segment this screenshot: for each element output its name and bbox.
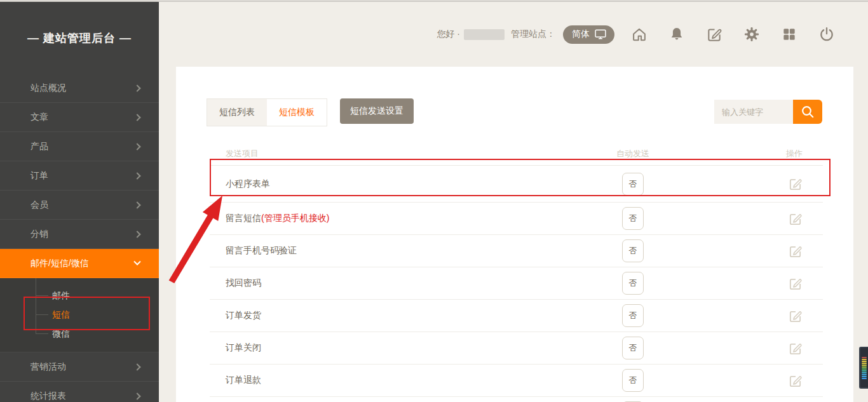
row-action-cell <box>671 276 823 291</box>
row-send-item: 订单关闭 <box>210 342 595 354</box>
table-row: 小程序表单 否 <box>210 166 823 203</box>
chevron-icon <box>133 143 140 150</box>
apps-icon[interactable] <box>781 26 797 43</box>
sidebar-item-label: 产品 <box>31 141 135 152</box>
language-badge[interactable]: 简体 <box>563 25 614 44</box>
manage-site-label: 管理站点： <box>511 29 555 40</box>
search-box <box>714 100 822 124</box>
auto-send-toggle-button[interactable]: 否 <box>622 369 644 392</box>
compose-icon[interactable] <box>706 26 722 43</box>
sidebar-item-label: 文章 <box>31 112 135 123</box>
row-send-item: 留言手机号码验证 <box>210 245 595 257</box>
search-icon <box>800 104 815 119</box>
row-auto-send-cell: 否 <box>595 337 671 359</box>
sidebar-item-members[interactable]: 会员 <box>0 191 159 220</box>
edit-icon[interactable] <box>788 373 803 388</box>
edit-icon[interactable] <box>788 276 803 291</box>
tabs-row: 短信列表 短信模板 短信发送设置 <box>207 98 414 126</box>
sidebar-nav: 站点概况 文章 产品 订单 会员 分销 邮件/短信/微信 邮件 短信 微信 营销… <box>0 74 159 402</box>
edit-icon[interactable] <box>788 211 803 226</box>
edit-icon[interactable] <box>788 341 803 356</box>
power-icon[interactable] <box>818 26 835 43</box>
sms-template-table: 发送项目 自动发送 操作 小程序表单 否 留言短信(管理员手机接收) 否 <box>210 148 823 402</box>
row-name-text: 订单关闭 <box>226 342 261 352</box>
tab-sms-list[interactable]: 短信列表 <box>207 99 267 126</box>
chevron-icon <box>133 231 140 238</box>
meter-stripe <box>862 374 867 375</box>
row-send-item: 找回密码 <box>210 278 595 289</box>
edit-icon[interactable] <box>788 309 803 323</box>
sidebar-item-label: 营销活动 <box>31 361 135 373</box>
search-input[interactable] <box>714 100 793 124</box>
table-row: 找回密码 否 <box>210 267 823 300</box>
monitor-icon <box>594 28 607 41</box>
row-action-cell <box>671 309 823 323</box>
table-row: 订单关闭 否 <box>210 332 823 365</box>
meter-stripe <box>862 368 867 370</box>
meter-stripe <box>862 378 867 379</box>
redacted-username <box>464 29 505 40</box>
chevron-icon <box>133 172 140 179</box>
bell-icon[interactable] <box>668 26 685 43</box>
auto-send-toggle-button[interactable]: 否 <box>622 272 644 295</box>
sidebar-item-label: 统计报表 <box>31 391 135 402</box>
header-icons <box>631 26 835 43</box>
sidebar-submenu: 邮件 短信 微信 <box>0 278 159 352</box>
row-send-item: 小程序表单 <box>210 178 595 190</box>
table-body: 小程序表单 否 留言短信(管理员手机接收) 否 留言手机号码验证 <box>210 166 823 402</box>
sidebar-subitem-label: 邮件 <box>52 290 70 300</box>
table-row: 留言短信(管理员手机接收) 否 <box>210 203 823 235</box>
meter-stripe <box>862 365 867 366</box>
sidebar-item-marketing[interactable]: 营销活动 <box>0 352 159 382</box>
auto-send-toggle-button[interactable]: 否 <box>622 337 644 359</box>
sms-send-settings-button[interactable]: 短信发送设置 <box>340 98 414 124</box>
sidebar-title: — 建站管理后台 — <box>0 2 159 74</box>
table-row: 订单退款 否 <box>210 365 823 397</box>
sidebar-item-orders[interactable]: 订单 <box>0 161 159 191</box>
row-action-cell <box>671 244 823 258</box>
sidebar-subitem-mail[interactable]: 邮件 <box>0 286 159 305</box>
edit-icon[interactable] <box>788 244 803 258</box>
row-action-cell <box>671 177 823 191</box>
sidebar-item-products[interactable]: 产品 <box>0 132 159 161</box>
auto-send-toggle-button[interactable]: 否 <box>622 207 644 230</box>
sidebar-item-distribution[interactable]: 分销 <box>0 220 159 249</box>
auto-send-toggle-button[interactable]: 否 <box>622 304 644 327</box>
home-icon[interactable] <box>631 26 648 43</box>
main-panel: 短信列表 短信模板 短信发送设置 发送项目 自动发送 操作 小程序表单 <box>176 67 853 402</box>
meter-stripe <box>862 366 867 368</box>
tab-sms-template[interactable]: 短信模板 <box>267 99 327 126</box>
sidebar-item-articles[interactable]: 文章 <box>0 103 159 132</box>
greeting-text: 您好 · <box>437 29 460 40</box>
chevron-icon <box>133 392 140 399</box>
chevron-icon <box>133 363 140 370</box>
sidebar-item-mail-sms-wechat[interactable]: 邮件/短信/微信 <box>0 249 159 278</box>
sidebar-subitem-label: 微信 <box>52 328 70 338</box>
sidebar-subitem-label: 短信 <box>52 309 70 319</box>
sidebar-item-reports[interactable]: 统计报表 <box>0 382 159 402</box>
auto-send-toggle-button[interactable]: 否 <box>622 173 644 196</box>
meter-stripe <box>862 361 867 362</box>
row-name-text: 订单发货 <box>226 310 261 320</box>
row-action-cell <box>671 211 823 226</box>
sidebar-subitem-sms[interactable]: 短信 <box>0 305 159 324</box>
sidebar-item-label: 分销 <box>31 229 135 240</box>
sidebar-subitem-wechat[interactable]: 微信 <box>0 324 159 343</box>
col-header-action: 操作 <box>671 148 823 159</box>
auto-send-toggle-button[interactable]: 否 <box>622 239 644 262</box>
row-name-text: 小程序表单 <box>226 178 270 189</box>
page: — 建站管理后台 — 站点概况 文章 产品 订单 会员 分销 邮件/短信/微信 … <box>0 0 868 402</box>
row-name-text: 找回密码 <box>226 278 261 288</box>
row-auto-send-cell: 否 <box>595 369 671 392</box>
edit-icon[interactable] <box>788 177 803 191</box>
sidebar-item-site-overview[interactable]: 站点概况 <box>0 74 159 103</box>
row-send-item: 订单发货 <box>210 310 595 321</box>
row-auto-send-cell: 否 <box>595 239 671 262</box>
chevron-icon <box>133 201 140 208</box>
gear-icon[interactable] <box>743 26 760 43</box>
meter-stripe <box>862 363 867 364</box>
search-button[interactable] <box>793 100 822 124</box>
sidebar-item-label: 订单 <box>31 170 135 182</box>
chevron-icon <box>133 84 140 91</box>
sidebar: — 建站管理后台 — 站点概况 文章 产品 订单 会员 分销 邮件/短信/微信 … <box>0 2 159 402</box>
